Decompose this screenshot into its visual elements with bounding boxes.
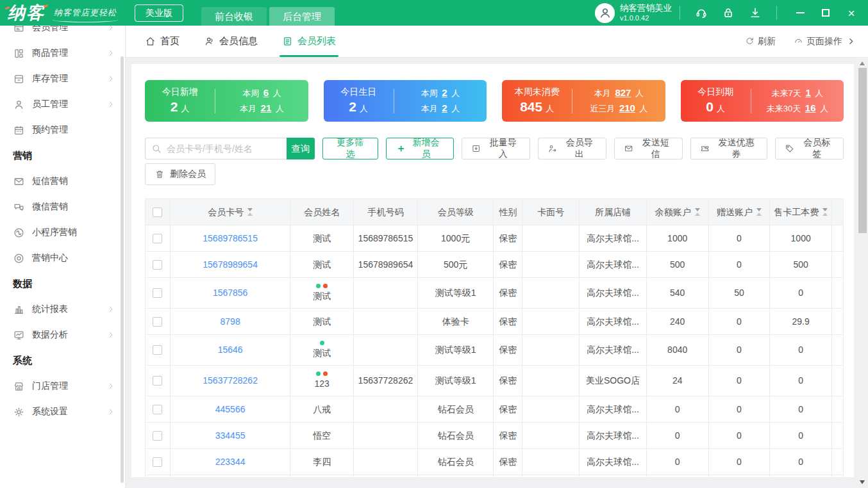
sort-asc-icon[interactable] xyxy=(756,213,762,216)
button-批量导入[interactable]: 批量导入 xyxy=(462,138,530,159)
sidebar-item-微信营销[interactable]: 微信营销 xyxy=(0,194,125,220)
cell-select[interactable] xyxy=(145,278,171,308)
top-tab-admin[interactable]: 后台管理 xyxy=(269,7,335,26)
member-card-link[interactable]: 334455 xyxy=(215,430,246,441)
cell-gender xyxy=(494,475,522,477)
sort-desc-icon[interactable] xyxy=(756,208,762,211)
sort-desc-icon[interactable] xyxy=(822,208,828,211)
cell-select[interactable] xyxy=(145,423,171,448)
header-cell-checkbox[interactable] xyxy=(145,199,171,225)
scroll-down-arrow[interactable] xyxy=(860,480,865,484)
cell-fee: 1000 xyxy=(770,225,832,251)
cell-select[interactable] xyxy=(145,449,171,475)
button-会员导出[interactable]: 会员导出 xyxy=(538,138,606,159)
row-checkbox[interactable] xyxy=(153,345,162,355)
row-checkbox[interactable] xyxy=(153,376,162,386)
cell-select[interactable] xyxy=(145,309,171,334)
page-actions-button[interactable]: 页面操作 xyxy=(794,36,855,47)
member-card-link[interactable]: 8798 xyxy=(221,316,240,327)
cell-select[interactable] xyxy=(145,225,171,251)
refresh-button[interactable]: 刷新 xyxy=(745,36,776,47)
lock-icon[interactable] xyxy=(722,6,735,19)
delete-member-button[interactable]: 删除会员 xyxy=(145,163,215,185)
row-checkbox[interactable] xyxy=(153,457,162,467)
sidebar-item-会员管理[interactable]: 会员管理 xyxy=(0,26,125,40)
member-name-text: 测试 xyxy=(313,259,331,270)
member-icon xyxy=(204,36,215,47)
tab-首页[interactable]: 首页 xyxy=(145,26,179,57)
button-会员标签[interactable]: 会员标签 xyxy=(775,138,844,159)
search-button[interactable]: 查询 xyxy=(287,138,315,159)
sort-control[interactable] xyxy=(756,208,762,216)
add-member-button[interactable]: ＋ 新增会员 xyxy=(386,138,454,159)
cell-select[interactable] xyxy=(145,366,171,396)
member-card-link[interactable]: 1567856 xyxy=(213,287,248,298)
sort-control[interactable] xyxy=(822,208,828,216)
sort-desc-icon[interactable] xyxy=(695,208,700,211)
sort-control[interactable] xyxy=(247,208,253,216)
avatar[interactable] xyxy=(595,3,615,23)
edition-badge[interactable]: 美业版 xyxy=(135,4,183,22)
member-card-link[interactable]: 15689786515 xyxy=(203,232,258,244)
scroll-up-arrow[interactable] xyxy=(860,61,865,65)
row-checkbox[interactable] xyxy=(153,260,162,270)
member-card-link[interactable]: 445566 xyxy=(215,403,246,415)
window-controls: × xyxy=(787,0,864,26)
cell-level: 500元 xyxy=(418,252,494,277)
member-card-link[interactable]: 15646 xyxy=(218,344,243,355)
more-filters-button[interactable]: 更多筛选 xyxy=(322,138,378,159)
header-cell-赠送账户[interactable]: 赠送账户 xyxy=(709,199,771,225)
row-checkbox[interactable] xyxy=(153,288,162,298)
sidebar-item-统计报表[interactable]: 统计报表 xyxy=(0,297,125,322)
member-card-link[interactable]: 223344 xyxy=(215,456,246,468)
sort-control[interactable] xyxy=(695,208,700,216)
tab-会员信息[interactable]: 会员信息 xyxy=(204,26,258,57)
sidebar-item-库存管理[interactable]: 库存管理 xyxy=(0,66,125,92)
download-icon[interactable] xyxy=(749,6,762,19)
support-headset-icon[interactable] xyxy=(695,6,708,19)
sort-asc-icon[interactable] xyxy=(695,213,700,216)
tab-会员列表[interactable]: 会员列表 xyxy=(282,26,336,57)
row-checkbox[interactable] xyxy=(153,405,162,414)
row-checkbox[interactable] xyxy=(153,317,162,327)
cell-select[interactable] xyxy=(145,252,171,277)
sort-desc-icon[interactable] xyxy=(247,208,253,211)
row-checkbox[interactable] xyxy=(153,431,162,441)
cell-select[interactable] xyxy=(145,335,171,365)
top-tab-cashier[interactable]: 前台收银 xyxy=(201,7,267,26)
search-input[interactable] xyxy=(145,138,287,159)
minimize-button[interactable] xyxy=(787,0,813,26)
sidebar-item-营销中心[interactable]: 营销中心 xyxy=(0,245,125,271)
member-card-link[interactable]: 15637728262 xyxy=(203,375,258,386)
sort-asc-icon[interactable] xyxy=(822,213,828,216)
header-cell-会员等级: 会员等级 xyxy=(418,199,494,225)
sidebar-item-预约管理[interactable]: 预约管理 xyxy=(0,117,125,143)
sidebar-item-数据分析[interactable]: 数据分析 xyxy=(0,322,125,348)
main-scrollbar[interactable] xyxy=(857,58,868,488)
sidebar-item-小程序营销[interactable]: 小程序营销 xyxy=(0,220,125,245)
table-row: 15689786515测试156897865151000元保密高尔夫球馆...1… xyxy=(145,225,844,252)
maximize-button[interactable] xyxy=(813,0,839,26)
close-button[interactable]: × xyxy=(839,0,864,26)
stat-breakdown: 本月 827 人近三月 210 人 xyxy=(572,87,665,115)
sidebar-item-门店管理[interactable]: 门店管理 xyxy=(0,373,125,399)
header-cell-售卡工本费[interactable]: 售卡工本费 xyxy=(770,199,832,225)
sidebar-item-员工管理[interactable]: 员工管理 xyxy=(0,92,125,117)
row-checkbox[interactable] xyxy=(153,234,162,243)
sidebar-item-系统设置[interactable]: 系统设置 xyxy=(0,399,125,425)
header-cell-余额账户[interactable]: 余额账户 xyxy=(647,199,709,225)
member-name-text: 悟空 xyxy=(313,430,331,441)
select-all-checkbox[interactable] xyxy=(153,207,162,217)
button-发送短信[interactable]: 发送短信 xyxy=(614,138,683,159)
sort-asc-icon[interactable] xyxy=(247,213,253,216)
header-cell-会员卡号[interactable]: 会员卡号 xyxy=(171,199,290,225)
main-area: 首页会员信息会员列表 刷新 页面操作 今日新增2人本周 6 人本月 21 人今日… xyxy=(126,26,868,488)
scroll-thumb[interactable] xyxy=(858,68,867,233)
sidebar-scrollbar[interactable] xyxy=(121,56,124,483)
cell-select[interactable] xyxy=(145,475,171,477)
member-card-link[interactable]: 15678989654 xyxy=(203,259,258,270)
button-发送优惠券[interactable]: 发送优惠券 xyxy=(690,138,767,159)
cell-select[interactable] xyxy=(145,396,171,422)
sidebar-item-商品管理[interactable]: 商品管理 xyxy=(0,40,125,66)
sidebar-item-短信营销[interactable]: 短信营销 xyxy=(0,168,125,194)
